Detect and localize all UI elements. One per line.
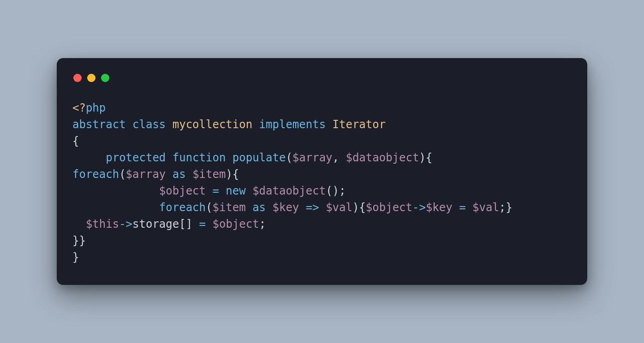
code-token: (); [326,184,346,197]
code-token: $item [212,201,245,214]
code-token: $dataobject [346,151,419,164]
code-token: $object [212,218,259,231]
code-token [326,118,332,131]
code-token: $object [366,201,412,214]
code-token: $val [472,201,499,214]
code-token: populate [233,151,286,164]
code-token: = [199,218,206,231]
code-token [266,201,272,214]
code-token: $item [192,168,226,181]
code-token: protected [106,151,166,164]
code-token [466,201,472,214]
code-token: ; [259,218,266,231]
code-token: -> [119,218,132,231]
code-token: = [459,201,465,214]
code-token [299,201,305,214]
code-token: foreach [72,168,119,181]
code-token: as [252,201,266,214]
code-token: { [72,135,79,148]
code-token [72,151,106,164]
code-token: <? [72,101,86,114]
close-icon[interactable] [73,74,82,82]
code-window: <?php abstract class mycollection implem… [57,58,587,285]
code-token [186,168,192,181]
code-token: $array [126,168,166,181]
code-token: $object [159,184,206,197]
code-token: = [212,184,219,197]
code-token: Iterator [333,118,386,131]
code-token: => [306,201,319,214]
code-token: php [86,101,106,114]
code-token: ){ [419,151,432,164]
code-token: class [132,118,166,131]
code-token: storage [132,218,179,231]
code-token [72,184,159,197]
code-token [206,184,212,197]
code-token [319,201,326,214]
code-token: ){ [226,168,239,181]
code-token: ( [206,201,212,214]
code-block: <?php abstract class mycollection implem… [72,100,572,266]
code-token: $val [326,201,352,214]
code-token: as [173,168,186,181]
code-token: foreach [159,201,206,214]
code-token: ){ [352,201,366,214]
code-token [246,201,252,214]
code-token [166,118,172,131]
code-token: $array [292,151,333,164]
zoom-icon[interactable] [101,74,109,82]
code-token [72,201,159,214]
code-token [252,118,259,131]
code-token [166,168,172,181]
code-token [246,184,252,197]
code-token [126,118,132,131]
code-token [72,218,86,231]
code-token: ( [119,168,125,181]
code-token: } [72,251,79,264]
code-token [226,151,232,164]
code-token: $this [86,218,119,231]
code-token: $key [426,201,453,214]
window-controls [73,74,572,82]
code-token: ;} [499,201,513,214]
code-token: , [333,151,346,164]
code-token: mycollection [173,118,252,131]
code-token: new [226,184,245,197]
code-token: }} [72,234,86,247]
code-token: ( [286,151,292,164]
code-token: [] [179,218,199,231]
code-token: -> [412,201,426,214]
code-token [219,184,226,197]
code-token [166,151,172,164]
code-token: function [173,151,226,164]
code-token: implements [259,118,326,131]
code-token [453,201,459,214]
code-token: abstract [72,118,126,131]
code-token: $key [273,201,299,214]
minimize-icon[interactable] [87,74,95,82]
code-token [206,218,212,231]
code-token: $dataobject [252,184,326,197]
